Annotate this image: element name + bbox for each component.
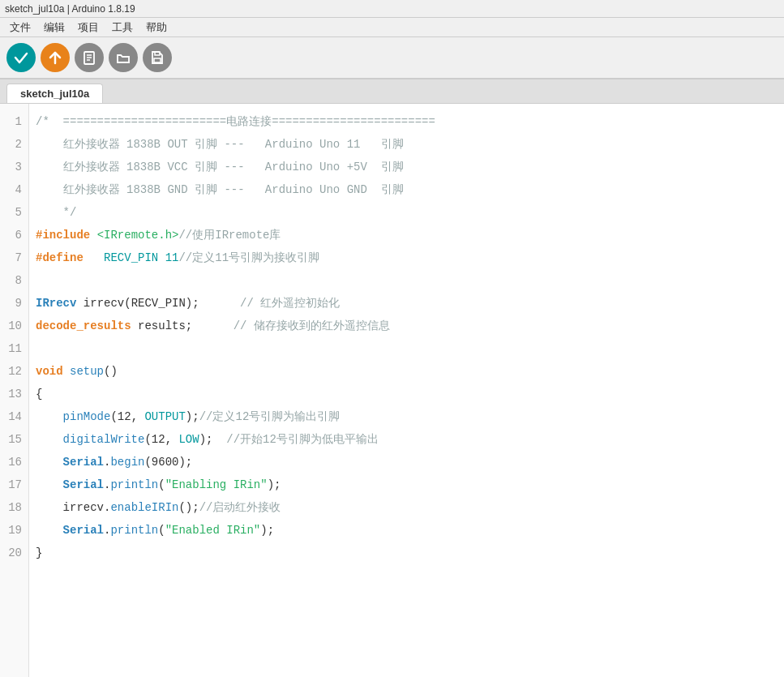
line-num: 11 [0,337,28,360]
open-icon [115,49,131,66]
tab-sketch[interactable]: sketch_jul10a [6,84,103,103]
line-num: 7 [0,246,28,269]
code-line: Serial.begin(9600); [36,451,784,473]
code-line: */ [36,201,784,224]
code-line [36,337,784,360]
line-numbers: 1234567891011121314151617181920 [0,104,29,677]
line-num: 9 [0,292,28,315]
line-num: 4 [0,178,28,201]
editor: 1234567891011121314151617181920 /* =====… [0,104,784,677]
line-num: 18 [0,496,28,519]
menu-edit[interactable]: 编辑 [37,19,71,36]
line-num: 10 [0,315,28,337]
code-line: irrecv.enableIRIn();//启动红外接收 [36,496,784,519]
upload-icon [47,49,63,66]
new-icon [81,49,97,66]
line-num: 1 [0,110,28,133]
code-line: Serial.println("Enabled IRin"); [36,519,784,542]
tab-bar: sketch_jul10a [0,79,784,104]
code-line: IRrecv irrecv(RECV_PIN); // 红外遥控初始化 [36,292,784,315]
verify-icon [13,49,29,66]
new-button[interactable] [75,43,104,72]
line-num: 20 [0,542,28,564]
open-button[interactable] [109,43,138,72]
line-num: 3 [0,156,28,178]
title-bar: sketch_jul10a | Arduino 1.8.19 [0,0,784,18]
line-num: 15 [0,428,28,451]
code-line: decode_results results; // 储存接收到的红外遥控信息 [36,315,784,337]
code-line: 红外接收器 1838B VCC 引脚 --- Arduino Uno +5V 引… [36,156,784,178]
code-line: #define RECV_PIN 11//定义11号引脚为接收引脚 [36,246,784,269]
code-content[interactable]: /* ========================电路连接=========… [29,104,784,677]
code-line: 红外接收器 1838B OUT 引脚 --- Arduino Uno 11 引脚 [36,133,784,156]
line-num: 19 [0,519,28,542]
menu-bar: 文件 编辑 项目 工具 帮助 [0,18,784,37]
save-icon [149,49,165,66]
line-num: 2 [0,133,28,156]
line-num: 8 [0,269,28,292]
code-line: #include <IRremote.h>//使用IRremote库 [36,224,784,246]
line-num: 13 [0,383,28,405]
title-text: sketch_jul10a | Arduino 1.8.19 [5,3,135,15]
menu-file[interactable]: 文件 [3,19,37,36]
line-num: 16 [0,451,28,473]
line-num: 14 [0,405,28,428]
svg-rect-6 [154,58,161,62]
line-num: 12 [0,360,28,383]
save-button[interactable] [143,43,172,72]
menu-tools[interactable]: 工具 [105,19,139,36]
verify-button[interactable] [6,43,36,72]
menu-project[interactable]: 项目 [71,19,105,36]
code-line: } [36,542,784,564]
code-line: /* ========================电路连接=========… [36,110,784,133]
upload-button[interactable] [41,43,70,72]
code-line: digitalWrite(12, LOW); //开始12号引脚为低电平输出 [36,428,784,451]
line-num: 17 [0,473,28,496]
code-line [36,269,784,292]
line-num: 5 [0,201,28,224]
toolbar [0,37,784,79]
code-line: void setup() [36,360,784,383]
code-line: Serial.println("Enabling IRin"); [36,473,784,496]
code-line: 红外接收器 1838B GND 引脚 --- Arduino Uno GND 引… [36,178,784,201]
menu-help[interactable]: 帮助 [139,19,174,36]
code-line: { [36,383,784,405]
svg-rect-5 [155,52,160,55]
code-line: pinMode(12, OUTPUT);//定义12号引脚为输出引脚 [36,405,784,428]
line-num: 6 [0,224,28,246]
